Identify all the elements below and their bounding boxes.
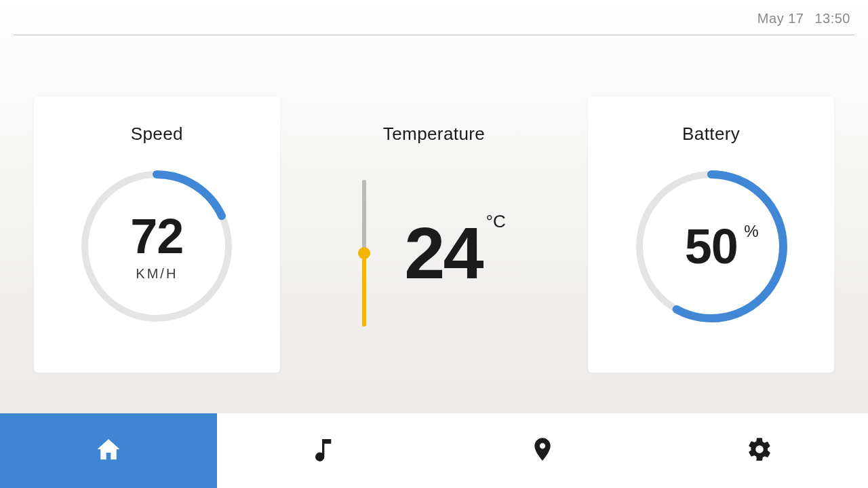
battery-gauge: 50 % [631, 166, 791, 326]
temperature-slider[interactable] [362, 180, 366, 326]
battery-card: Battery 50 % [588, 96, 834, 373]
status-date: May 17 [757, 11, 804, 26]
bottom-nav [0, 413, 868, 488]
gear-icon [746, 436, 773, 466]
speed-card: Speed 72 KM/H [34, 96, 280, 373]
status-time: 13:50 [814, 11, 850, 26]
temperature-title: Temperature [383, 124, 485, 145]
speed-title: Speed [131, 124, 183, 145]
temperature-readout: 24 °C [404, 217, 505, 290]
temperature-card: Temperature 24 °C [311, 96, 557, 373]
music-icon [312, 436, 339, 466]
dashboard-content: Speed 72 KM/H Temperature 24 °C Batte [0, 35, 868, 413]
battery-value: 50 [685, 222, 738, 271]
battery-title: Battery [682, 124, 740, 145]
speed-value: 72 [130, 212, 183, 261]
speed-gauge: 72 KM/H [77, 166, 237, 326]
battery-unit: % [744, 222, 758, 241]
temperature-slider-knob[interactable] [358, 247, 370, 259]
nav-settings[interactable] [651, 413, 868, 488]
nav-location[interactable] [434, 413, 651, 488]
speed-unit: KM/H [136, 266, 178, 282]
nav-home[interactable] [0, 413, 217, 488]
home-icon [95, 436, 122, 466]
status-bar: May 17 13:50 [0, 0, 868, 35]
temperature-unit: °C [486, 211, 505, 232]
nav-music[interactable] [217, 413, 434, 488]
temperature-value: 24 [404, 217, 481, 290]
location-pin-icon [529, 436, 556, 466]
